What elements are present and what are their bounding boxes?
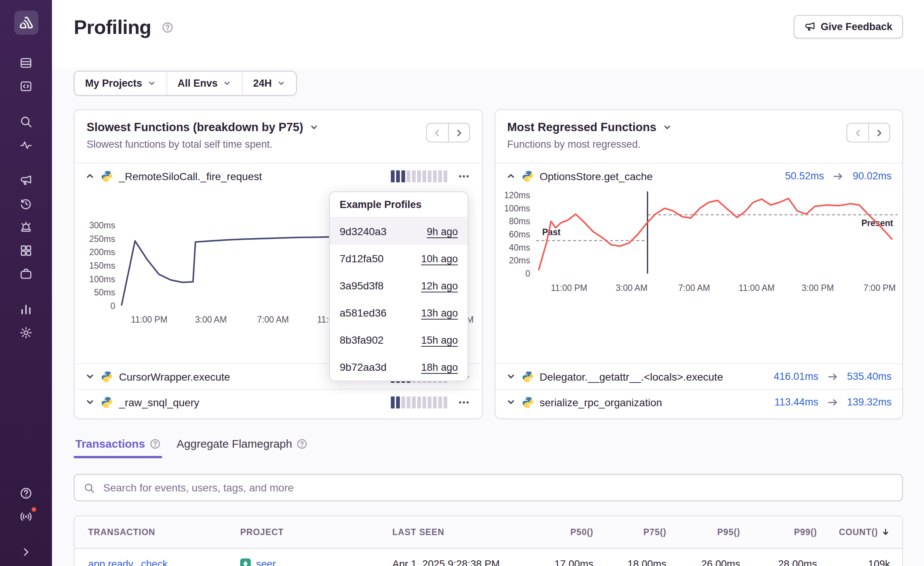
svg-text:3:00 AM: 3:00 AM (195, 315, 227, 324)
profile-option[interactable]: 9b72aa3d 18h ago (330, 353, 468, 381)
expand-chevron-icon[interactable] (506, 372, 515, 381)
profile-age-link[interactable]: 9h ago (427, 226, 458, 237)
column-p50[interactable]: P50() (520, 528, 593, 537)
sidebar-expand-toggle[interactable] (15, 541, 37, 562)
replay-clock-icon (20, 197, 32, 210)
after-duration-link[interactable]: 139.32ms (847, 396, 892, 408)
options-button[interactable] (456, 168, 471, 184)
sidebar-item-feedback[interactable] (15, 170, 37, 191)
sidebar-item-help[interactable] (15, 482, 37, 503)
profile-age-link[interactable]: 15h ago (421, 334, 458, 346)
widget-panels: Slowest Functions (breakdown by P75) Slo… (74, 109, 903, 419)
sidebar-item-dashboards[interactable] (15, 240, 37, 261)
svg-text:0: 0 (525, 269, 530, 278)
profile-option[interactable]: 3a95d3f8 12h ago (330, 272, 468, 299)
profile-option[interactable]: 7d12fa50 10h ago (330, 245, 468, 272)
options-button[interactable] (456, 395, 471, 410)
function-name: _RemoteSiloCall._fire_request (119, 170, 262, 182)
sidebar-item-explore[interactable] (15, 75, 37, 96)
function-row[interactable]: Delegator.__getattr__.<locals>.execute 4… (495, 363, 902, 389)
example-profiles-dropdown: Example Profiles 9d3240a3 9h ago 7d12fa5… (329, 191, 468, 381)
function-name: OptionsStore.get_cache (540, 170, 653, 182)
chevron-left-icon (853, 128, 863, 138)
project-filter[interactable]: My Projects (75, 72, 166, 95)
sidebar-item-replays[interactable] (15, 193, 37, 214)
function-name: _raw_snql_query (119, 396, 199, 408)
python-icon (101, 370, 113, 382)
before-duration-link[interactable]: 416.01ms (774, 371, 819, 382)
after-duration-link[interactable]: 90.02ms (852, 170, 892, 182)
python-icon (521, 396, 534, 408)
function-row[interactable]: _RemoteSiloCall._fire_request (75, 163, 482, 188)
sidebar-item-alerts[interactable] (15, 216, 37, 237)
function-row[interactable]: OptionsStore.get_cache 50.52ms 90.02ms (495, 163, 902, 188)
profile-option[interactable]: a581ed36 13h ago (330, 299, 468, 326)
svg-text:7:00 AM: 7:00 AM (257, 315, 289, 324)
view-tabs: Transactions Aggregate Flamegraph (74, 437, 903, 458)
column-p99[interactable]: P99() (740, 528, 817, 537)
profile-age-link[interactable]: 12h ago (421, 280, 458, 291)
function-name: serialize_rpc_organization (540, 396, 662, 408)
prev-button[interactable] (426, 123, 448, 142)
svg-text:50ms: 50ms (94, 288, 115, 297)
environment-filter[interactable]: All Envs (166, 72, 242, 95)
bar-chart-icon (20, 303, 32, 315)
slowest-functions-title[interactable]: Slowest Functions (breakdown by P75) (87, 121, 470, 134)
sidebar-item-discover[interactable] (15, 111, 37, 132)
notification-dot (30, 506, 37, 512)
before-duration-link[interactable]: 50.52ms (785, 170, 824, 182)
expand-chevron-icon[interactable] (85, 397, 95, 407)
column-last-seen[interactable]: LAST SEEN (392, 528, 520, 537)
profile-age-link[interactable]: 18h ago (421, 361, 458, 373)
before-duration-link[interactable]: 113.44ms (775, 396, 819, 408)
sidebar-item-issues[interactable] (15, 52, 37, 73)
expand-chevron-icon[interactable] (85, 372, 95, 381)
after-duration-link[interactable]: 535.40ms (847, 371, 892, 382)
panel-pager (426, 123, 470, 142)
column-count[interactable]: COUNT() (817, 528, 890, 537)
table-row[interactable]: app.ready._check seer Apr 1, 2025 9:28:3… (75, 549, 902, 566)
profile-option[interactable]: 8b3fa902 15h ago (330, 326, 468, 353)
prev-button[interactable] (846, 123, 868, 142)
sidebar-item-stats[interactable] (15, 298, 37, 320)
time-range-filter[interactable]: 24H (242, 72, 296, 95)
column-transaction[interactable]: TRANSACTION (88, 528, 240, 537)
page-header: Profiling Give Feedback (52, 0, 924, 68)
give-feedback-button[interactable]: Give Feedback (793, 15, 903, 38)
function-row[interactable]: _raw_snql_query (75, 389, 482, 415)
profiling-help-icon[interactable] (162, 21, 173, 33)
chevron-down-icon (148, 79, 156, 87)
profile-age-link[interactable]: 13h ago (421, 307, 458, 318)
profile-option[interactable]: 9d3240a3 9h ago (330, 218, 468, 245)
profile-sparkline (391, 170, 447, 182)
column-project[interactable]: PROJECT (240, 528, 392, 537)
regressed-functions-title[interactable]: Most Regressed Functions (507, 121, 890, 134)
column-p75[interactable]: P75() (593, 528, 666, 537)
tab-transactions[interactable]: Transactions (74, 437, 162, 458)
sidebar-item-settings[interactable] (15, 322, 37, 343)
sidebar-item-whats-new[interactable] (15, 506, 37, 527)
next-button[interactable] (448, 123, 470, 142)
collapse-chevron-icon[interactable] (85, 171, 95, 181)
function-row[interactable]: serialize_rpc_organization 113.44ms 139.… (495, 389, 902, 415)
search-input[interactable] (102, 481, 893, 494)
svg-text:40ms: 40ms (509, 243, 530, 252)
profile-age-link[interactable]: 10h ago (421, 253, 458, 264)
panel-subtitle: Functions by most regressed. (507, 139, 890, 150)
svg-text:3:00 PM: 3:00 PM (801, 283, 834, 293)
transaction-link[interactable]: app.ready._check (88, 558, 240, 566)
tab-aggregate-flamegraph[interactable]: Aggregate Flamegraph (175, 437, 309, 458)
search-bar (74, 474, 903, 501)
project-link[interactable]: seer (256, 558, 276, 566)
svg-text:7:00 AM: 7:00 AM (678, 283, 709, 293)
column-p95[interactable]: P95() (666, 528, 740, 537)
python-icon (521, 370, 534, 382)
sidebar-item-performance[interactable] (15, 134, 37, 155)
collapse-chevron-icon[interactable] (506, 171, 515, 181)
sidebar-item-releases[interactable] (15, 263, 37, 284)
next-button[interactable] (868, 123, 890, 142)
chevron-right-icon (454, 128, 464, 138)
function-name: CursorWrapper.execute (119, 370, 230, 382)
sentry-logo[interactable] (14, 11, 38, 35)
expand-chevron-icon[interactable] (506, 397, 515, 407)
